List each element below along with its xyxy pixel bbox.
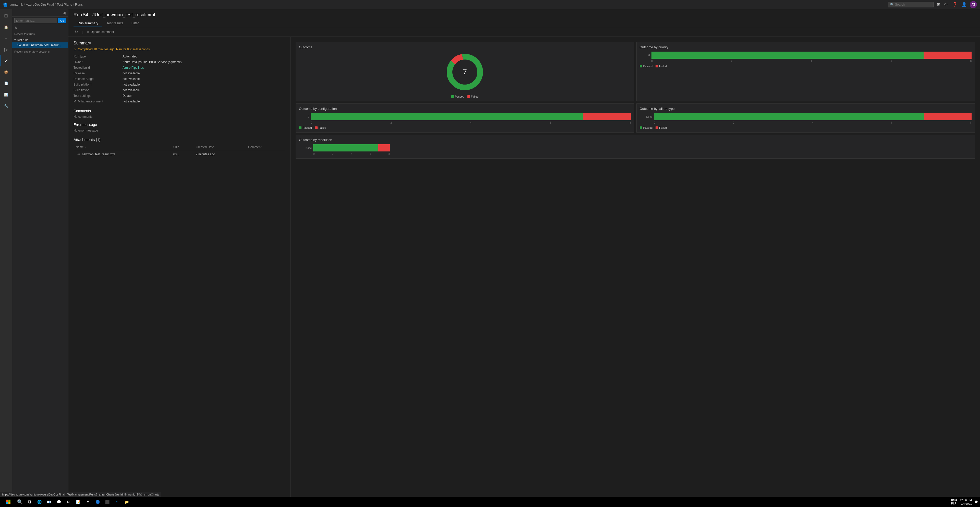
refresh-icon[interactable]: ↻ <box>12 25 68 31</box>
breadcrumb: agntomk / AzureDevOpsFinal / Test Plans … <box>10 3 886 6</box>
summary-title: Summary <box>73 41 285 45</box>
sidebar: ◀ Go ↻ Recent test runs ▾ Test runs 54: … <box>12 9 68 506</box>
testplans-icon[interactable]: ✓ <box>0 55 12 66</box>
failed-label: Failed <box>471 95 479 98</box>
pencil-icon: ✏ <box>87 30 90 34</box>
error-section: Error message No error message <box>73 123 285 132</box>
attachment-more-button[interactable]: ••• <box>76 152 81 156</box>
donut-svg-wrap: 7 <box>444 52 485 92</box>
url-bar: https://dev.azure.com/agntomk/AzureDevOp… <box>0 492 161 497</box>
value-mtm-lab: not available <box>123 99 285 104</box>
sidebar-test-runs-section[interactable]: ▾ Test runs <box>12 37 68 42</box>
activity-bar: ⊞ 🏠 ⑂ ▷ ✓ 📦 📄 📊 🔧 ⚙ <box>0 9 12 506</box>
search-box[interactable]: 🔍 <box>888 2 934 7</box>
priority-bar-label-0: 0 <box>640 54 650 57</box>
sidebar-recent-test-runs[interactable]: Recent test runs <box>12 31 68 37</box>
sidebar-item-current-run[interactable]: 54: JUnit_newman_test_result... <box>12 42 68 48</box>
run-id-input[interactable] <box>14 18 57 23</box>
breadcrumb-test-plans[interactable]: Test Plans <box>57 3 72 6</box>
label-mtm-lab: MTM lab environment <box>73 99 119 104</box>
store-icon[interactable]: 🛍 <box>943 1 949 8</box>
taskbar-lang: ENG PLP <box>951 499 957 505</box>
priority-failed-label: Failed <box>659 65 667 68</box>
wiki-icon[interactable]: 📄 <box>0 78 12 89</box>
grid-icon[interactable]: ⊞ <box>936 1 941 8</box>
passed-dot <box>451 95 454 98</box>
donut-center-value: 7 <box>463 68 467 76</box>
azure-devops-logo[interactable] <box>3 2 8 7</box>
sidebar-recent-exploratory: Recent exploratory sessions <box>12 48 68 54</box>
analytics-icon[interactable]: 📊 <box>0 89 12 100</box>
error-title: Error message <box>73 123 285 127</box>
breadcrumb-agntomk[interactable]: agntomk <box>10 3 23 6</box>
go-button[interactable]: Go <box>58 18 66 23</box>
attachments-title: Attachments (1) <box>73 137 285 142</box>
taskbar-chrome-icon[interactable]: 🔵 <box>94 498 102 506</box>
home-icon[interactable]: 🏠 <box>0 21 12 33</box>
taskbar-notes-icon[interactable]: 📝 <box>74 498 82 506</box>
donut-container: 7 Passed Failed <box>299 52 631 98</box>
taskbar-teams-icon[interactable]: 💬 <box>55 498 63 506</box>
taskbar-search-icon[interactable]: 🔍 <box>16 498 24 506</box>
col-name[interactable]: Name ↑ <box>73 144 171 150</box>
update-comment-button[interactable]: ✏ Update comment <box>85 29 115 35</box>
config-bar-row-0: 0 <box>299 113 631 120</box>
info-grid: Run type Automated Owner AzureDevOpsFina… <box>73 54 285 104</box>
tested-build-link[interactable]: Azure Pipelines <box>123 66 144 70</box>
start-button[interactable] <box>2 497 14 507</box>
label-test-settings: Test settings <box>73 94 119 98</box>
taskbar-slack-icon[interactable]: # <box>84 498 92 506</box>
failure-bar-label-0: None <box>640 115 652 118</box>
attachment-name: ••• newman_test_result.xml <box>73 150 171 158</box>
tab-run-summary[interactable]: Run summary <box>73 20 102 27</box>
recent-test-runs-label: Recent test runs <box>14 32 35 35</box>
taskbar-vscode-icon[interactable]: ✦ <box>113 498 121 506</box>
priority-chart-title: Outcome by priority <box>640 45 972 49</box>
help-icon[interactable]: ❓ <box>951 1 959 8</box>
taskbar-edge-icon[interactable]: 🌐 <box>35 498 43 506</box>
failure-bar-passed <box>654 113 924 120</box>
svg-rect-6 <box>8 502 11 504</box>
taskbar-outlook-icon[interactable]: 📧 <box>45 498 53 506</box>
git-icon[interactable]: ⑂ <box>0 33 12 44</box>
label-release-stage: Release Stage <box>73 77 119 81</box>
tab-filter[interactable]: Filter <box>127 20 143 27</box>
sidebar-toggle-row: ◀ <box>12 9 68 17</box>
failure-legend-passed: Passed <box>640 126 653 129</box>
legend-passed: Passed <box>451 95 465 98</box>
failure-bar-row-0: None <box>640 113 972 120</box>
taskbar-explorer-icon[interactable]: 📁 <box>123 498 131 506</box>
tab-test-results[interactable]: Test results <box>102 20 127 27</box>
taskbar-taskview-icon[interactable]: ⧉ <box>25 498 34 506</box>
config-passed-label: Passed <box>302 126 312 129</box>
pipelines-icon[interactable]: ▷ <box>0 44 12 55</box>
refresh-toolbar-icon[interactable]: ↻ <box>73 29 80 35</box>
extensions-icon[interactable]: 🔧 <box>0 100 12 112</box>
taskbar-time: 12:06 PM <box>960 498 972 502</box>
value-build-platform: not available <box>123 82 285 87</box>
taskbar-notification-icon[interactable]: 💬 <box>974 501 978 504</box>
user-icon[interactable]: 👤 <box>961 1 968 8</box>
breadcrumb-project[interactable]: AzureDevOpsFinal <box>26 3 54 6</box>
resolution-bar-track-0 <box>313 144 390 151</box>
tabs: Run summary Test results Filter <box>73 20 975 27</box>
taskbar: 🔍 ⧉ 🌐 📧 💬 🖥 📝 # 🔵 ⬛ ✦ 📁 ENG PLP 12:06 PM… <box>0 497 980 507</box>
attachments-table: Name ↑ Size Created Date Comment <box>73 144 285 158</box>
right-panel: Outcome 7 <box>291 37 980 506</box>
taskbar-left: 🔍 ⧉ 🌐 📧 💬 🖥 📝 # 🔵 ⬛ ✦ 📁 <box>2 497 131 507</box>
taskbar-date: 1/4/2021 <box>960 502 972 505</box>
toolbar-separator: | <box>82 30 83 34</box>
taskbar-rider-icon[interactable]: 🖥 <box>64 498 73 506</box>
taskbar-right: ENG PLP 12:06 PM 1/4/2021 💬 <box>951 498 978 506</box>
collapse-sidebar-icon[interactable]: ◀ <box>62 10 66 15</box>
taskbar-terminal-icon[interactable]: ⬛ <box>103 498 111 506</box>
avatar[interactable]: AT <box>970 1 977 8</box>
sort-arrow: ↑ <box>85 146 86 149</box>
boards-icon[interactable]: ⊞ <box>0 10 12 21</box>
failure-failed-dot <box>655 126 658 129</box>
breadcrumb-runs[interactable]: Runs <box>75 3 83 6</box>
label-build-flavor: Build flavor <box>73 88 119 92</box>
artifacts-icon[interactable]: 📦 <box>0 66 12 78</box>
left-panel: Summary ⚠ Completed 10 minutes ago, Ran … <box>68 37 291 506</box>
search-input[interactable] <box>895 3 932 6</box>
